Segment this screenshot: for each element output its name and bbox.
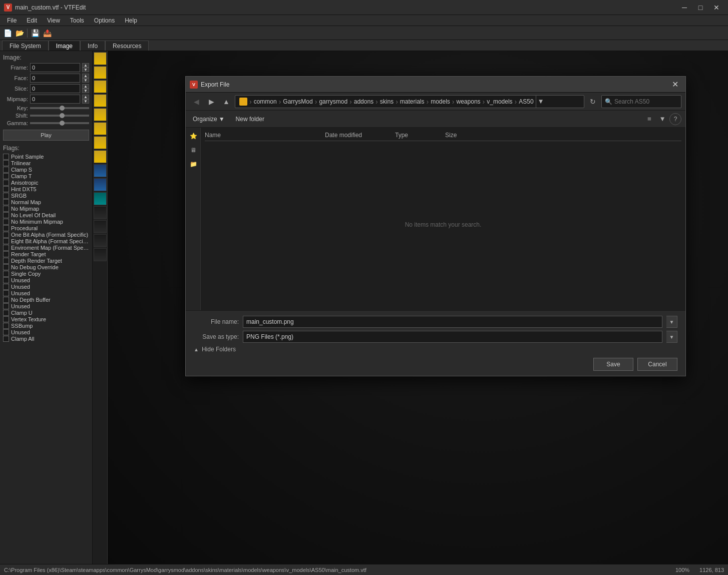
frame-input[interactable] (30, 63, 80, 72)
menu-file[interactable]: File (2, 16, 22, 25)
vtf-thumb-10[interactable] (94, 178, 107, 191)
vtf-thumb-3[interactable] (94, 80, 107, 93)
menu-options[interactable]: Options (89, 16, 120, 25)
hide-folders-label[interactable]: Hide Folders (202, 346, 236, 353)
face-up-arrow[interactable]: ▲ (82, 74, 89, 78)
view-dropdown-button[interactable]: ▼ (656, 113, 668, 125)
tab-resources[interactable]: Resources (105, 41, 149, 51)
breadcrumb-vmodels[interactable]: v_models (487, 98, 512, 105)
organize-button[interactable]: Organize ▼ (190, 114, 228, 124)
slice-spinner[interactable]: ▲ ▼ (82, 84, 89, 93)
flag-unused-3-checkbox[interactable] (3, 290, 9, 296)
mipmap-spinner[interactable]: ▲ ▼ (82, 95, 89, 104)
new-button[interactable]: 📄 (2, 28, 13, 39)
vtf-thumb-11[interactable] (94, 192, 107, 205)
save-button[interactable]: Save (593, 358, 633, 371)
flag-depth-render-checkbox[interactable] (3, 258, 9, 264)
breadcrumb-addons[interactable]: addons (354, 98, 374, 105)
key-slider[interactable] (30, 107, 89, 109)
vtf-thumb-12[interactable] (94, 206, 107, 219)
cancel-button[interactable]: Cancel (637, 358, 677, 371)
flag-srgb-checkbox[interactable] (3, 193, 9, 199)
flag-clamp-t-checkbox[interactable] (3, 173, 9, 179)
breadcrumb-garrysmod2[interactable]: garrysmod (319, 98, 347, 105)
minimize-button[interactable]: ─ (677, 3, 692, 13)
gamma-slider[interactable] (30, 122, 89, 124)
vtf-thumb-13[interactable] (94, 220, 107, 233)
flag-single-copy-checkbox[interactable] (3, 271, 9, 277)
frame-down-arrow[interactable]: ▼ (82, 68, 89, 72)
vtf-thumb-6[interactable] (94, 122, 107, 135)
maximize-button[interactable]: □ (693, 3, 708, 13)
col-date[interactable]: Date modified (325, 132, 395, 139)
view-list-button[interactable]: ≡ (643, 113, 655, 125)
frame-spinner[interactable]: ▲ ▼ (82, 63, 89, 72)
flag-render-target-checkbox[interactable] (3, 251, 9, 257)
breadcrumb-as50[interactable]: AS50 (519, 98, 533, 105)
tab-info[interactable]: Info (80, 41, 105, 51)
slice-input[interactable] (30, 84, 80, 93)
flag-env-map-checkbox[interactable] (3, 245, 9, 251)
flag-ssbump-checkbox[interactable] (3, 323, 9, 329)
breadcrumb-dropdown-button[interactable]: ▼ (536, 95, 546, 108)
file-name-input[interactable] (243, 316, 662, 328)
new-folder-button[interactable]: New folder (232, 114, 268, 124)
vtf-thumb-15[interactable] (94, 248, 107, 261)
mipmap-down-arrow[interactable]: ▼ (82, 99, 89, 104)
save-as-input[interactable] (243, 331, 662, 343)
flag-point-sample-checkbox[interactable] (3, 154, 9, 160)
face-input[interactable] (30, 74, 80, 83)
vtf-thumb-4[interactable] (94, 94, 107, 107)
flag-unused-4-checkbox[interactable] (3, 303, 9, 309)
breadcrumb-skins[interactable]: skins (380, 98, 394, 105)
face-spinner[interactable]: ▲ ▼ (82, 74, 89, 83)
flag-vertex-texture-checkbox[interactable] (3, 316, 9, 322)
vtf-thumb-9[interactable] (94, 164, 107, 177)
nav-desktop-icon[interactable]: 🖥 (187, 144, 200, 157)
up-button[interactable]: ▲ (220, 95, 233, 108)
frame-up-arrow[interactable]: ▲ (82, 63, 89, 68)
mipmap-input[interactable] (30, 95, 80, 104)
flag-no-min-mipmap-checkbox[interactable] (3, 219, 9, 225)
flag-unused-5-checkbox[interactable] (3, 329, 9, 335)
play-button[interactable]: Play (3, 130, 89, 141)
flag-no-mipmap-checkbox[interactable] (3, 206, 9, 212)
vtf-thumb-8[interactable] (94, 150, 107, 163)
flag-anisotropic-checkbox[interactable] (3, 180, 9, 186)
dialog-close-button[interactable]: ✕ (668, 80, 681, 90)
face-down-arrow[interactable]: ▼ (82, 78, 89, 83)
flag-trilinear-checkbox[interactable] (3, 160, 9, 166)
vtf-thumb-5[interactable] (94, 108, 107, 121)
breadcrumb-materials[interactable]: materials (400, 98, 425, 105)
refresh-button[interactable]: ↻ (586, 95, 599, 108)
flag-no-debug-checkbox[interactable] (3, 264, 9, 270)
close-button[interactable]: ✕ (709, 3, 724, 13)
shift-slider[interactable] (30, 115, 89, 117)
open-button[interactable]: 📂 (14, 28, 25, 39)
vtf-thumb-7[interactable] (94, 136, 107, 149)
flag-hint-dxt5-checkbox[interactable] (3, 186, 9, 192)
menu-help[interactable]: Help (120, 16, 142, 25)
forward-button[interactable]: ▶ (205, 95, 218, 108)
flag-unused-1-checkbox[interactable] (3, 277, 9, 283)
flag-clamp-all-checkbox[interactable] (3, 336, 9, 342)
slice-up-arrow[interactable]: ▲ (82, 84, 89, 89)
nav-folder-icon[interactable]: 📁 (187, 158, 200, 171)
menu-view[interactable]: View (42, 16, 65, 25)
flag-no-lod-checkbox[interactable] (3, 212, 9, 218)
back-button[interactable]: ◀ (190, 95, 203, 108)
nav-star-icon[interactable]: ⭐ (187, 130, 200, 143)
breadcrumb-models[interactable]: models (431, 98, 450, 105)
help-button[interactable]: ? (669, 113, 681, 125)
flag-clamp-u-checkbox[interactable] (3, 310, 9, 316)
flag-normal-map-checkbox[interactable] (3, 199, 9, 205)
col-name[interactable]: Name (205, 132, 325, 139)
flag-eight-bit-alpha-checkbox[interactable] (3, 238, 9, 244)
saveas-dropdown-button[interactable]: ▼ (666, 331, 677, 343)
menu-edit[interactable]: Edit (22, 16, 42, 25)
tab-filesystem[interactable]: File System (2, 41, 49, 51)
flag-unused-2-checkbox[interactable] (3, 284, 9, 290)
menu-tools[interactable]: Tools (65, 16, 89, 25)
export-button[interactable]: 📤 (42, 28, 53, 39)
col-size[interactable]: Size (445, 132, 681, 139)
